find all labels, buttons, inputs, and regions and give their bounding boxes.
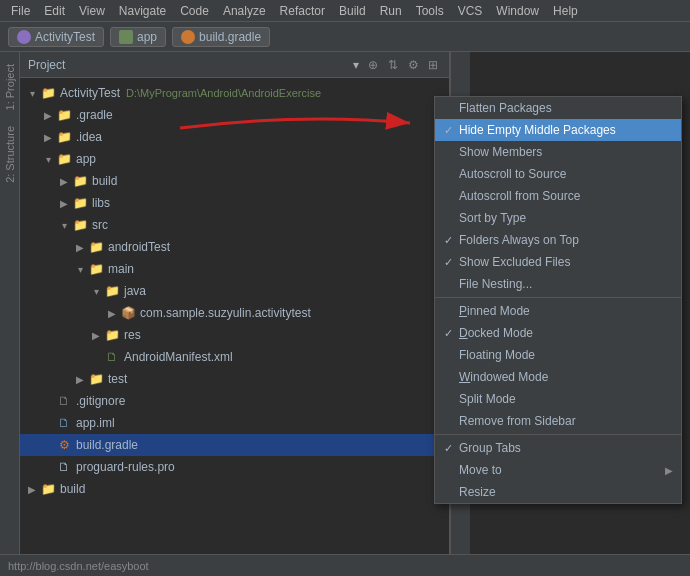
sync-icon[interactable]: ⇅ [385,57,401,73]
main-label: main [108,262,134,276]
pinned-label: Pinned Mode [459,304,530,318]
gitignore-label: .gitignore [76,394,125,408]
tab-app[interactable]: app [110,27,166,47]
idea-label: .idea [76,130,102,144]
tree-item-app[interactable]: ▾ 📁 app [20,148,449,170]
menu-folders-top[interactable]: ✓ Folders Always on Top [435,229,681,251]
src-arrow: ▾ [56,220,72,231]
menu-show-excluded[interactable]: ✓ Show Excluded Files [435,251,681,273]
menu-resize[interactable]: Resize [435,481,681,503]
menu-view[interactable]: View [72,2,112,20]
group-tabs-check: ✓ [441,442,455,455]
sort-type-label: Sort by Type [459,211,526,225]
test-arrow: ▶ [72,374,88,385]
move-to-arrow: ▶ [665,465,673,476]
sidebar-left: 1: Project 2: Structure [0,52,20,576]
package-icon: 📦 [120,306,136,320]
status-url: http://blog.csdn.net/easyboot [8,560,149,572]
split-label: Split Mode [459,392,516,406]
move-to-label: Move to [459,463,502,477]
manifest-icon: 🗋 [104,350,120,364]
tab-activitytest[interactable]: ActivityTest [8,27,104,47]
menu-floating-mode[interactable]: Floating Mode [435,344,681,366]
flatten-label: Flatten Packages [459,101,552,115]
idea-arrow: ▶ [40,132,56,143]
menu-split-mode[interactable]: Split Mode [435,388,681,410]
menu-code[interactable]: Code [173,2,216,20]
tree-item-package[interactable]: ▶ 📦 com.sample.suzyulin.activitytest [20,302,449,324]
build-outer-folder-icon: 📁 [40,482,56,496]
res-folder-icon: 📁 [104,328,120,342]
menu-show-members[interactable]: Show Members [435,141,681,163]
windowed-label: Windowed Mode [459,370,548,384]
menu-group-tabs[interactable]: ✓ Group Tabs [435,437,681,459]
build-outer-arrow: ▶ [24,484,40,495]
tree-item-androidtest[interactable]: ▶ 📁 androidTest [20,236,449,258]
menu-refactor[interactable]: Refactor [273,2,332,20]
menu-file-nesting[interactable]: File Nesting... [435,273,681,295]
menu-autoscroll-from[interactable]: Autoscroll from Source [435,185,681,207]
tree-root[interactable]: ▾ 📁 ActivityTest D:\MyProgram\Android\An… [20,82,449,104]
panel-dropdown-arrow[interactable]: ▾ [353,58,359,72]
menu-docked-mode[interactable]: ✓ Docked Mode [435,322,681,344]
tree-item-build-outer[interactable]: ▶ 📁 build [20,478,449,500]
app-arrow: ▾ [40,154,56,165]
layout-icon[interactable]: ⊞ [425,57,441,73]
menu-window[interactable]: Window [489,2,546,20]
group-tabs-label: Group Tabs [459,441,521,455]
menu-flatten-packages[interactable]: Flatten Packages [435,97,681,119]
tree-item-gitignore[interactable]: ▶ 🗋 .gitignore [20,390,449,412]
tree-item-idea[interactable]: ▶ 📁 .idea [20,126,449,148]
menu-hide-empty[interactable]: ✓ Hide Empty Middle Packages [435,119,681,141]
menu-move-to[interactable]: Move to ▶ [435,459,681,481]
project-panel: Project ▾ ⊕ ⇅ ⚙ ⊞ ▾ 📁 ActivityTest D:\My… [20,52,450,576]
hide-empty-label: Hide Empty Middle Packages [459,123,616,137]
tree-item-appiml[interactable]: ▶ 🗋 app.iml [20,412,449,434]
buildgradle-file-icon: ⚙ [56,438,72,452]
menu-help[interactable]: Help [546,2,585,20]
appiml-label: app.iml [76,416,115,430]
menu-edit[interactable]: Edit [37,2,72,20]
menu-remove-sidebar[interactable]: Remove from Sidebar [435,410,681,432]
androidtest-label: androidTest [108,240,170,254]
root-arrow: ▾ [24,88,40,99]
root-folder-icon: 📁 [40,86,56,100]
settings-icon[interactable]: ⚙ [405,57,421,73]
sidebar-item-project[interactable]: 1: Project [2,56,18,118]
menu-file[interactable]: File [4,2,37,20]
src-folder-icon: 📁 [72,218,88,232]
show-excluded-label: Show Excluded Files [459,255,570,269]
tab-buildgradle[interactable]: build.gradle [172,27,270,47]
tree-item-main[interactable]: ▾ 📁 main [20,258,449,280]
build-outer-label: build [60,482,85,496]
menu-sort-type[interactable]: Sort by Type [435,207,681,229]
menu-navigate[interactable]: Navigate [112,2,173,20]
tree-item-src[interactable]: ▾ 📁 src [20,214,449,236]
docked-check: ✓ [441,327,455,340]
tree-item-manifest[interactable]: ▶ 🗋 AndroidManifest.xml [20,346,449,368]
add-icon[interactable]: ⊕ [365,57,381,73]
menu-run[interactable]: Run [373,2,409,20]
gradle-hidden-arrow: ▶ [40,110,56,121]
menu-vcs[interactable]: VCS [451,2,490,20]
menu-analyze[interactable]: Analyze [216,2,273,20]
sidebar-item-structure[interactable]: 2: Structure [2,118,18,191]
libs-arrow: ▶ [56,198,72,209]
tree-item-libs[interactable]: ▶ 📁 libs [20,192,449,214]
tree-item-java[interactable]: ▾ 📁 java [20,280,449,302]
tree-item-test[interactable]: ▶ 📁 test [20,368,449,390]
menu-pinned-mode[interactable]: Pinned Mode [435,300,681,322]
tree-item-proguard[interactable]: ▶ 🗋 proguard-rules.pro [20,456,449,478]
autoscroll-to-label: Autoscroll to Source [459,167,566,181]
menu-autoscroll-to[interactable]: Autoscroll to Source [435,163,681,185]
tree-item-gradle-hidden[interactable]: ▶ 📁 .gradle [20,104,449,126]
proguard-label: proguard-rules.pro [76,460,175,474]
tree-item-buildgradle[interactable]: ▶ ⚙ build.gradle [20,434,449,456]
menu-build[interactable]: Build [332,2,373,20]
menu-windowed-mode[interactable]: Windowed Mode [435,366,681,388]
appiml-icon: 🗋 [56,416,72,430]
menu-tools[interactable]: Tools [409,2,451,20]
floating-label: Floating Mode [459,348,535,362]
tree-item-res[interactable]: ▶ 📁 res [20,324,449,346]
tree-item-build-inner[interactable]: ▶ 📁 build [20,170,449,192]
